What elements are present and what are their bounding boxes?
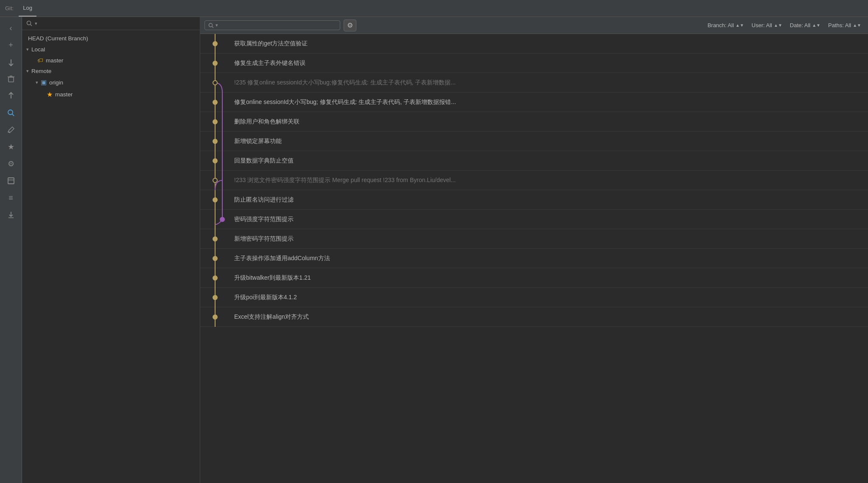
commit-graph-col [200,307,230,327]
graph-svg [200,268,230,288]
origin-chevron-icon: ▾ [36,80,38,85]
log-search-icon [208,22,214,28]
commit-row[interactable]: 修复生成主子表外键名错误 [200,53,868,73]
svg-point-36 [213,198,217,202]
commit-row[interactable]: 新增锁定屏幕功能 [200,132,868,151]
date-filter-button[interactable]: Date: All ▲▼ [787,21,823,30]
local-section-header[interactable]: ▾ Local [22,44,200,55]
commit-graph-col [200,190,230,210]
branch-filter-button[interactable]: Branch: All ▲▼ [705,21,747,30]
commit-graph-col [200,112,230,132]
back-button[interactable]: ‹ [3,20,19,36]
local-section-label: Local [31,46,45,53]
commit-row[interactable]: 回显数据字典防止空值 [200,151,868,171]
commit-message: Excel支持注解align对齐方式 [230,313,864,321]
commit-row[interactable]: 主子表操作添加通用addColumn方法 [200,249,868,268]
svg-point-45 [213,276,217,280]
user-filter-button[interactable]: User: All ▲▼ [749,21,785,30]
commit-row[interactable]: !235 修复online sessionId大小写bug;修复代码生成: 生成… [200,73,868,93]
svg-point-43 [213,256,217,261]
origin-section-header[interactable]: ▾ ▣ origin [22,76,200,88]
svg-point-11 [209,23,212,26]
commit-message: 升级poi到最新版本4.1.2 [230,294,864,301]
log-area: ▾ ⚙ Branch: All ▲▼ User: All ▲▼ Date: Al… [200,17,868,483]
paths-filter-button[interactable]: Paths: All ▲▼ [826,21,864,30]
head-branch-item[interactable]: HEAD (Current Branch) [22,33,200,44]
graph-svg [200,93,230,112]
date-filter-label: Date: All [790,22,810,28]
svg-point-16 [213,61,217,65]
stash-button[interactable]: ≡ [3,190,19,205]
remote-master-label: master [55,91,73,98]
commit-row[interactable]: 修复online sessionId大小写bug; 修复代码生成: 生成主子表代… [200,93,868,112]
push-button[interactable] [3,88,19,104]
tab-log[interactable]: Log [19,0,36,17]
origin-label: origin [49,79,63,86]
graph-svg [200,34,230,53]
git-label: Git: [5,5,14,11]
commit-graph-col [200,229,230,249]
commit-graph-col [200,73,230,93]
sidebar-search-dropdown-arrow[interactable]: ▾ [35,21,37,26]
commit-row[interactable]: 密码强度字符范围提示 [200,210,868,229]
svg-rect-0 [8,77,14,82]
header-bar: Git: Log [0,0,868,17]
commit-message: 修复生成主子表外键名错误 [230,59,864,67]
local-master-label: master [46,57,63,64]
commit-row[interactable]: 升级bitwalker到最新版本1.21 [200,268,868,288]
graph-svg [200,288,230,307]
add-button[interactable]: + [3,37,19,53]
commit-row[interactable]: 获取属性的get方法空值验证 [200,34,868,53]
sidebar-search-icon [26,20,32,26]
graph-svg [200,73,230,93]
star-button[interactable]: ★ [3,139,19,154]
commit-row[interactable]: Excel支持注解align对齐方式 [200,307,868,327]
commit-list[interactable]: 获取属性的get方法空值验证修复生成主子表外键名错误!235 修复online … [200,34,868,483]
edit-button[interactable] [3,122,19,138]
commit-message: 新增密码字符范围提示 [230,235,864,243]
commit-graph-col [200,171,230,190]
settings-button[interactable]: ⚙ [3,156,19,171]
log-settings-button[interactable]: ⚙ [344,20,356,31]
date-filter-arrow-icon: ▲▼ [812,23,820,28]
search-button[interactable] [3,105,19,121]
remote-section-header[interactable]: ▾ Remote [22,66,200,76]
trash-button[interactable] [3,71,19,87]
repo-button[interactable] [3,173,19,188]
fetch-button[interactable] [3,207,19,222]
commit-message: 新增锁定屏幕功能 [230,138,864,145]
log-search-box[interactable]: ▾ [204,20,340,30]
commit-graph-col [200,151,230,171]
svg-point-33 [213,178,217,183]
commit-graph-col [200,268,230,288]
svg-point-21 [213,100,217,104]
remote-branch-star-icon: ★ [47,90,53,98]
commit-graph-col [200,132,230,151]
graph-svg [200,171,230,190]
svg-point-9 [27,21,31,25]
paths-filter-arrow-icon: ▲▼ [853,23,861,28]
commit-row[interactable]: !233 浏览文件密码强度字符范围提示 Merge pull request !… [200,171,868,190]
main-layout: ‹ + ★ ⚙ ≡ ▾ [0,17,868,483]
log-search-input[interactable] [220,22,336,28]
log-search-dropdown-arrow[interactable]: ▾ [216,22,218,28]
user-filter-arrow-icon: ▲▼ [774,23,782,28]
origin-folder-icon: ▣ [41,79,47,86]
graph-svg [200,229,230,249]
svg-point-49 [213,315,217,319]
remote-chevron-icon: ▾ [26,68,29,74]
commit-message: 删除用户和角色解绑关联 [230,118,864,126]
commit-row[interactable]: 新增密码字符范围提示 [200,229,868,249]
pull-button[interactable] [3,54,19,70]
commit-row[interactable]: 删除用户和角色解绑关联 [200,112,868,132]
commit-row[interactable]: 防止匿名访问进行过滤 [200,190,868,210]
commit-row[interactable]: 升级poi到最新版本4.1.2 [200,288,868,307]
remote-master-branch[interactable]: ★ master [22,88,200,101]
commit-graph-col [200,249,230,268]
filter-group: Branch: All ▲▼ User: All ▲▼ Date: All ▲▼… [705,21,864,30]
commit-graph-col [200,34,230,53]
commit-message: 密码强度字符范围提示 [230,216,864,223]
graph-svg [200,210,230,229]
local-master-branch[interactable]: 🏷 master [22,55,200,66]
graph-svg [200,132,230,151]
